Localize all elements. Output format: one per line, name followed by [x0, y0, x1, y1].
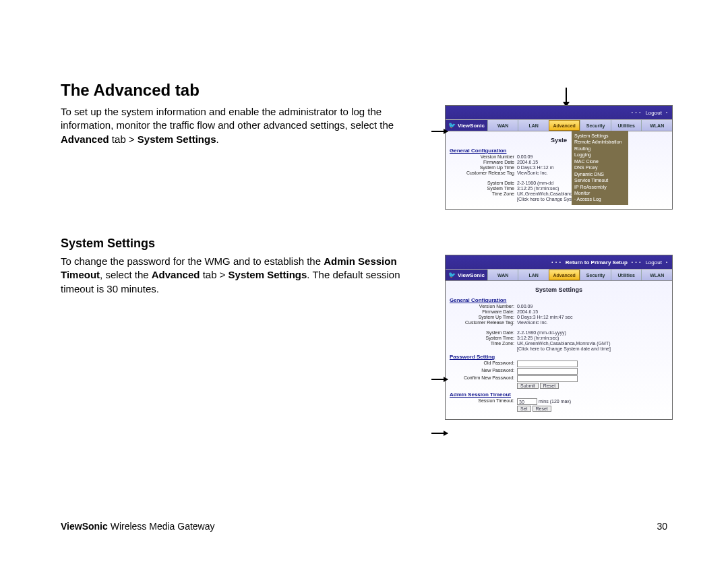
- row: Time Zone:UK,GreenWich,Casablanca,Monrov…: [450, 341, 668, 346]
- label: Confirm New Password:: [450, 375, 517, 382]
- menu-item[interactable]: Routing: [574, 146, 624, 152]
- dots-icon: •: [666, 111, 668, 115]
- text: tab >: [200, 269, 228, 280]
- brand-logo: 🐦ViewSonic: [446, 120, 487, 131]
- dots-icon: • • •: [632, 111, 642, 115]
- row-buttons: SetReset: [450, 406, 668, 412]
- paragraph-advanced: To set up the system information and ena…: [61, 105, 425, 146]
- label: Customer Release Tag:: [450, 320, 517, 325]
- tab-advanced[interactable]: Advanced: [549, 120, 580, 131]
- label: Customer Release Tag: [450, 170, 517, 175]
- row: System Time3:12:25 (hr:min:sec): [450, 186, 668, 191]
- label: System Time:: [450, 336, 517, 340]
- session-timeout-input[interactable]: 30: [517, 398, 537, 405]
- screenshot-advanced-dropdown: • • • Logout • 🐦ViewSonic WAN LAN Advanc…: [445, 105, 673, 210]
- footer-brand: ViewSonic: [61, 521, 108, 532]
- row-new-password: New Password:: [450, 368, 668, 375]
- label: System Date:: [450, 330, 517, 335]
- heading-system-settings: System Settings: [61, 237, 667, 251]
- tab-utilities[interactable]: Utilities: [611, 120, 642, 131]
- advanced-dropdown-menu[interactable]: System Settings Remote Administration Ro…: [572, 131, 628, 205]
- menu-item[interactable]: Logging: [574, 152, 624, 158]
- row: System Up Time0 Days:3 Hr:12 m: [450, 165, 668, 170]
- new-password-input[interactable]: [517, 368, 578, 375]
- label: Old Password:: [450, 361, 517, 367]
- bold-advanced: Advanced: [152, 269, 200, 280]
- label: System Up Time:: [450, 315, 517, 319]
- group-admin-session-timeout: Admin Session Timeout: [450, 392, 668, 398]
- row: System Date:2-2-1980 (mm-dd-yyyy): [450, 330, 668, 335]
- row: System Time:3:12:25 (hr:min:sec): [450, 336, 668, 340]
- tab-lan[interactable]: LAN: [518, 120, 549, 131]
- label: Version Number: [450, 154, 517, 159]
- group-general-config: General Configuration: [450, 148, 668, 154]
- tab-lan[interactable]: LAN: [518, 270, 549, 280]
- tab-utilities[interactable]: Utilities: [611, 270, 642, 280]
- menu-item[interactable]: MAC Clone: [574, 158, 624, 164]
- row: Customer Release TagViewSonic Inc.: [450, 170, 668, 175]
- tab-wlan[interactable]: WLAN: [641, 270, 672, 280]
- menu-item[interactable]: System Settings: [574, 133, 624, 139]
- dots-icon: • • •: [551, 260, 562, 264]
- tab-security[interactable]: Security: [580, 120, 611, 131]
- heading-advanced-tab: The Advanced tab: [61, 81, 667, 100]
- menu-item[interactable]: Monitor: [574, 190, 624, 196]
- label: Version Number:: [450, 304, 517, 309]
- label: Firmware Date:: [450, 309, 517, 314]
- tab-advanced[interactable]: Advanced: [549, 270, 580, 280]
- menu-item[interactable]: IP ReAssembly: [574, 184, 624, 190]
- row: [Click here to Change System date and ti…: [450, 197, 668, 201]
- value: 2-2-1980 (mm-dd-yyyy): [517, 330, 668, 335]
- label: System Up Time: [450, 165, 517, 170]
- reset-button[interactable]: Reset: [533, 406, 551, 412]
- row: Firmware Date:2004.6.15: [450, 309, 668, 314]
- value: ViewSonic Inc.: [517, 320, 668, 325]
- logout-link[interactable]: Logout: [645, 259, 661, 266]
- tab-wan[interactable]: WAN: [487, 270, 518, 280]
- menu-item[interactable]: Dynamic DNS: [574, 171, 624, 177]
- row: Customer Release Tag:ViewSonic Inc.: [450, 320, 668, 325]
- arrow-down-icon: [563, 88, 570, 107]
- suffix: mins (120 max): [539, 399, 571, 404]
- brand-text: ViewSonic: [458, 272, 485, 278]
- reset-button[interactable]: Reset: [540, 383, 559, 389]
- menu-item[interactable]: DNS Proxy: [574, 164, 624, 170]
- panel-title: System Settings: [450, 286, 668, 293]
- page-footer: ViewSonic Wireless Media Gateway 30: [61, 521, 667, 532]
- tab-wan[interactable]: WAN: [487, 120, 518, 131]
- logout-link[interactable]: Logout: [645, 110, 661, 116]
- change-date-link[interactable]: [Click here to Change System date and ti…: [517, 346, 668, 351]
- birds-icon: 🐦: [448, 272, 456, 278]
- group-password-setting: Password Setting: [450, 354, 668, 360]
- text: To change the password for the WMG and t…: [61, 255, 324, 267]
- menu-item[interactable]: Remote Administration: [574, 139, 624, 145]
- text: To set up the system information and ena…: [61, 106, 394, 131]
- row: System Date2-2-1980 (mm-dd: [450, 181, 668, 185]
- birds-icon: 🐦: [448, 122, 456, 129]
- dots-icon: •: [666, 260, 668, 264]
- old-password-input[interactable]: [517, 361, 578, 367]
- row-confirm-password: Confirm New Password:: [450, 375, 668, 382]
- menu-item[interactable]: · Access Log: [574, 196, 624, 202]
- tab-wlan[interactable]: WLAN: [641, 120, 672, 131]
- row-buttons: SubmitReset: [450, 383, 668, 389]
- text: .: [216, 133, 219, 145]
- row-session-timeout: Session Timeout:30 mins (120 max): [450, 398, 668, 405]
- tab-security[interactable]: Security: [580, 270, 611, 280]
- row: System Up Time:0 Days:3 Hr:12 min:47 sec: [450, 315, 668, 319]
- value: 3:12:25 (hr:min:sec): [517, 336, 668, 340]
- menu-item[interactable]: Service Timeout: [574, 177, 624, 183]
- label: System Time: [450, 186, 517, 191]
- value: UK,GreenWich,Casablanca,Monrovia (GMT): [517, 341, 668, 346]
- return-link[interactable]: Return to Primary Setup: [566, 259, 628, 266]
- set-button[interactable]: Set: [517, 406, 531, 412]
- panel-title: Syste: [450, 137, 668, 144]
- label: Time Zone:: [450, 341, 517, 346]
- submit-button[interactable]: Submit: [517, 383, 539, 389]
- arrow-right-icon: [431, 433, 448, 434]
- label: Session Timeout:: [450, 398, 517, 405]
- text: , select the: [100, 269, 152, 280]
- bold-system-settings: System Settings: [138, 133, 216, 145]
- confirm-password-input[interactable]: [517, 375, 578, 382]
- label: System Date: [450, 181, 517, 185]
